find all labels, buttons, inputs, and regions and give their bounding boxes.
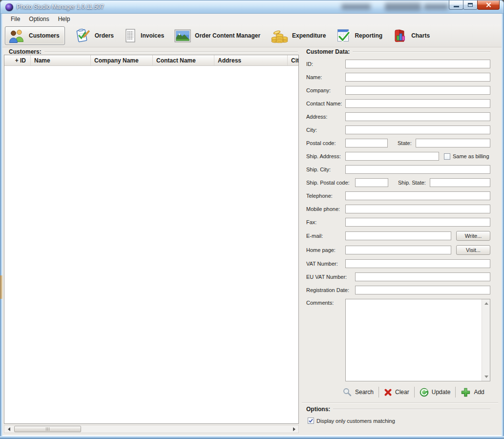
app-icon	[5, 3, 13, 11]
toolbar-invoices-button[interactable]: Invoices	[124, 28, 164, 43]
home-page-label: Home page:	[306, 247, 345, 253]
window-border-right	[502, 14, 504, 439]
telephone-label: Telephone:	[306, 193, 345, 199]
comments-field	[345, 299, 490, 381]
action-label: Search	[355, 389, 374, 396]
section-divider	[333, 409, 490, 410]
reporting-icon	[336, 28, 351, 43]
eu-vat-number-label: EU VAT Number:	[306, 274, 355, 280]
customers-section-title: Customers:	[9, 48, 42, 55]
vat-number-input[interactable]	[345, 259, 490, 268]
close-icon	[486, 2, 491, 7]
scroll-right-button[interactable]	[290, 425, 298, 433]
telephone-input[interactable]	[345, 191, 490, 200]
comments-label: Comments:	[306, 300, 345, 306]
ship-address-input[interactable]	[345, 152, 439, 161]
menu-options[interactable]: Options	[24, 14, 53, 24]
postal-code-input[interactable]	[345, 139, 388, 147]
checkbox-box-checked[interactable]	[308, 418, 314, 424]
eu-vat-number-input[interactable]	[355, 272, 490, 281]
maximize-button[interactable]	[463, 0, 478, 10]
add-button[interactable]: Add	[456, 387, 489, 397]
coins-icon	[271, 28, 288, 43]
comments-scrollbar[interactable]	[482, 299, 490, 381]
same-as-billing-checkbox[interactable]: Same as billing	[444, 153, 489, 160]
menu-file[interactable]: File	[6, 14, 24, 24]
mobile-phone-input[interactable]	[345, 205, 490, 213]
fax-label: Fax:	[306, 219, 345, 225]
visit-home-page-button[interactable]: Visit...	[456, 245, 490, 255]
id-input[interactable]	[345, 60, 490, 68]
ship-address-label: Ship. Address:	[306, 153, 345, 159]
toolbar-charts-button[interactable]: Charts	[393, 28, 430, 43]
toolbar-customers-button[interactable]: Customers	[5, 26, 65, 45]
customers-table: + ID Name Company Name Contact Name Addr…	[4, 55, 299, 424]
state-input[interactable]	[416, 139, 490, 147]
scroll-down-button[interactable]	[483, 373, 490, 380]
write-email-button[interactable]: Write...	[456, 231, 490, 241]
address-label: Address:	[306, 114, 345, 120]
scroll-up-button[interactable]	[483, 300, 490, 307]
window-controls	[449, 0, 500, 10]
toolbar-orders-button[interactable]: Orders	[75, 28, 114, 43]
column-header-name[interactable]: Name	[31, 55, 91, 65]
city-input[interactable]	[345, 125, 490, 134]
blurred-text	[385, 3, 421, 11]
customer-data-title: Customer Data:	[306, 48, 350, 55]
city-label: City:	[306, 127, 345, 133]
close-button[interactable]	[477, 0, 500, 10]
main-content: Customers: + ID Name Company Name Contac…	[2, 48, 502, 436]
orders-icon	[75, 28, 91, 43]
search-icon	[342, 388, 352, 397]
arrow-right-icon	[293, 427, 297, 431]
search-button[interactable]: Search	[337, 388, 378, 397]
minimize-button[interactable]	[449, 0, 463, 10]
update-button[interactable]: Update	[415, 388, 456, 397]
blurred-text	[341, 4, 371, 10]
ship-postal-code-input[interactable]	[355, 178, 388, 187]
table-body-empty[interactable]	[4, 66, 298, 423]
email-label: E-mail:	[306, 233, 345, 239]
ship-postal-code-label: Ship. Postal code:	[306, 180, 355, 186]
scrollbar-thumb[interactable]	[14, 426, 81, 432]
menu-help[interactable]: Help	[54, 14, 75, 24]
charts-icon	[393, 28, 407, 43]
registration-date-input[interactable]	[355, 286, 490, 294]
checkbox-box-unchecked[interactable]	[444, 153, 450, 160]
fax-input[interactable]	[345, 218, 490, 227]
window-border-left	[0, 14, 2, 439]
contact-name-input[interactable]	[345, 99, 490, 108]
app-window: Photo Studio Manager 1.0.11.507 File Opt…	[0, 0, 504, 439]
email-input[interactable]	[345, 231, 451, 240]
toolbar-label: Reporting	[355, 32, 382, 39]
clear-button[interactable]: Clear	[379, 388, 414, 397]
home-page-input[interactable]	[345, 246, 451, 254]
company-input[interactable]	[345, 86, 490, 95]
ship-city-label: Ship. City:	[306, 167, 345, 172]
horizontal-scrollbar[interactable]	[4, 425, 299, 433]
ship-state-input[interactable]	[430, 178, 490, 187]
check-icon	[309, 418, 313, 423]
state-label: State:	[398, 140, 412, 146]
ship-city-input[interactable]	[345, 165, 490, 174]
column-header-address[interactable]: Address	[214, 55, 288, 65]
blurred-text	[424, 4, 448, 10]
arrow-left-icon	[6, 427, 10, 431]
column-header-company-name[interactable]: Company Name	[91, 55, 153, 65]
same-as-billing-label: Same as billing	[453, 153, 489, 159]
column-header-city[interactable]: City	[288, 55, 298, 65]
toolbar-order-content-manager-button[interactable]: Order Content Manager	[174, 29, 260, 42]
refresh-icon	[420, 388, 429, 397]
comments-textarea[interactable]	[346, 299, 482, 381]
customer-data-header: Customer Data:	[306, 48, 490, 55]
column-header-id[interactable]: + ID	[4, 55, 31, 65]
toolbar-reporting-button[interactable]: Reporting	[336, 28, 382, 43]
clear-x-icon	[384, 388, 392, 397]
name-input[interactable]	[345, 73, 490, 82]
toolbar-expenditure-button[interactable]: Expenditure	[271, 28, 326, 43]
address-input[interactable]	[345, 112, 490, 121]
column-header-contact-name[interactable]: Contact Name	[153, 55, 214, 65]
display-only-matching-checkbox[interactable]: Display only customers matching	[308, 418, 490, 424]
scroll-left-button[interactable]	[5, 425, 13, 433]
toolbar-label: Charts	[411, 32, 430, 39]
